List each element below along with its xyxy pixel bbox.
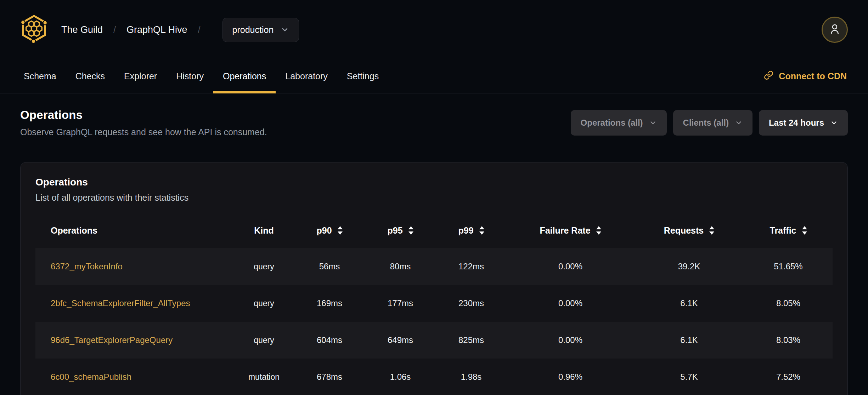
tab-checks[interactable]: Checks [66, 59, 114, 93]
link-icon [764, 70, 773, 82]
operation-traffic: 7.52% [744, 359, 833, 395]
operation-failure-rate: 0.00% [507, 322, 634, 359]
target-nav: Schema Checks Explorer History Operation… [0, 59, 868, 93]
column-header-requests[interactable]: Requests [634, 213, 744, 248]
page-header: Operations Observe GraphQL requests and … [20, 108, 848, 137]
guild-hive-logo[interactable] [20, 14, 48, 45]
operation-p99: 825ms [436, 322, 507, 359]
operation-requests: 39.2K [634, 248, 744, 285]
target-selector-value: production [232, 25, 274, 35]
operation-traffic: 8.03% [744, 322, 833, 359]
operation-kind: mutation [234, 359, 294, 395]
main-content: Operations Observe GraphQL requests and … [0, 108, 868, 395]
operation-failure-rate: 0.00% [507, 248, 634, 285]
operation-p95: 649ms [365, 322, 436, 359]
column-header-failure-rate[interactable]: Failure Rate [507, 213, 634, 248]
operation-p99: 122ms [436, 248, 507, 285]
sort-icon[interactable] [709, 226, 714, 235]
operations-table: Operations Kind p90 p95 p99 [35, 213, 833, 395]
operation-kind: query [234, 285, 294, 322]
card-subtitle: List of all operations with their statis… [35, 193, 833, 203]
operation-requests: 6.1K [634, 285, 744, 322]
tab-schema[interactable]: Schema [14, 59, 66, 93]
sort-icon[interactable] [596, 226, 601, 235]
tab-history[interactable]: History [167, 59, 213, 93]
sort-icon[interactable] [479, 226, 484, 235]
breadcrumb: The Guild / GraphQL Hive / [61, 24, 211, 35]
page-subtitle: Observe GraphQL requests and see how the… [20, 127, 267, 137]
sort-icon[interactable] [408, 226, 413, 235]
chevron-down-icon [830, 119, 838, 127]
table-row: 6c00_schemaPublish mutation 678ms 1.06s … [35, 359, 833, 395]
operation-p95: 1.06s [365, 359, 436, 395]
page-title: Operations [20, 108, 267, 122]
sort-icon[interactable] [802, 226, 807, 235]
operation-requests: 6.1K [634, 322, 744, 359]
page-title-block: Operations Observe GraphQL requests and … [20, 108, 267, 137]
card-title: Operations [35, 177, 833, 188]
operations-filter-dropdown[interactable]: Operations (all) [571, 110, 667, 136]
period-filter-dropdown[interactable]: Last 24 hours [759, 110, 848, 136]
active-tab-indicator [213, 91, 276, 93]
column-header-operations: Operations [35, 213, 234, 248]
operation-p90: 604ms [294, 322, 365, 359]
operation-p95: 80ms [365, 248, 436, 285]
tab-explorer[interactable]: Explorer [114, 59, 167, 93]
operation-failure-rate: 0.96% [507, 359, 634, 395]
operation-kind: query [234, 322, 294, 359]
operation-failure-rate: 0.00% [507, 285, 634, 322]
breadcrumb-separator: / [198, 25, 201, 35]
table-row: 96d6_TargetExplorerPageQuery query 604ms… [35, 322, 833, 359]
column-header-traffic[interactable]: Traffic [744, 213, 833, 248]
breadcrumb-separator: / [113, 25, 116, 35]
operation-p95: 177ms [365, 285, 436, 322]
operation-p90: 678ms [294, 359, 365, 395]
operation-link[interactable]: 2bfc_SchemaExplorerFilter_AllTypes [51, 298, 190, 308]
column-header-kind: Kind [234, 213, 294, 248]
table-header-row: Operations Kind p90 p95 p99 [35, 213, 833, 248]
filter-bar: Operations (all) Clients (all) Last 24 h… [571, 110, 848, 136]
target-selector[interactable]: production [222, 18, 299, 42]
breadcrumb-project[interactable]: GraphQL Hive [126, 24, 187, 35]
operation-kind: query [234, 248, 294, 285]
breadcrumb-org[interactable]: The Guild [61, 24, 103, 35]
operation-link[interactable]: 96d6_TargetExplorerPageQuery [51, 335, 173, 345]
user-icon [828, 23, 841, 37]
column-header-p99[interactable]: p99 [436, 213, 507, 248]
column-header-p90[interactable]: p90 [294, 213, 365, 248]
tab-operations[interactable]: Operations [213, 59, 276, 93]
clients-filter-dropdown[interactable]: Clients (all) [673, 110, 753, 136]
column-header-p95[interactable]: p95 [365, 213, 436, 248]
connect-to-cdn-label: Connect to CDN [779, 71, 847, 81]
operation-link[interactable]: 6c00_schemaPublish [51, 372, 131, 382]
operation-p99: 230ms [436, 285, 507, 322]
operation-link[interactable]: 6372_myTokenInfo [51, 262, 123, 271]
operation-p90: 56ms [294, 248, 365, 285]
chevron-down-icon [281, 25, 289, 34]
operation-p90: 169ms [294, 285, 365, 322]
operation-requests: 5.7K [634, 359, 744, 395]
tab-settings[interactable]: Settings [337, 59, 388, 93]
operation-traffic: 8.05% [744, 285, 833, 322]
table-row: 6372_myTokenInfo query 56ms 80ms 122ms 0… [35, 248, 833, 285]
operations-card: Operations List of all operations with t… [20, 162, 848, 395]
table-row: 2bfc_SchemaExplorerFilter_AllTypes query… [35, 285, 833, 322]
chevron-down-icon [735, 119, 743, 127]
user-menu-button[interactable] [822, 17, 848, 43]
app-header: The Guild / GraphQL Hive / production [0, 0, 868, 59]
operation-p99: 1.98s [436, 359, 507, 395]
connect-to-cdn-link[interactable]: Connect to CDN [764, 59, 854, 93]
tab-laboratory[interactable]: Laboratory [276, 59, 337, 93]
chevron-down-icon [649, 119, 657, 127]
sort-icon[interactable] [338, 226, 343, 235]
operation-traffic: 51.65% [744, 248, 833, 285]
